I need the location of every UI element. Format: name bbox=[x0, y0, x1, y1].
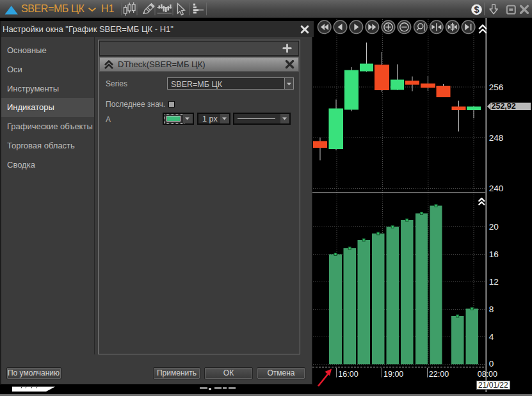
svg-text:20: 20 bbox=[489, 222, 499, 232]
svg-text:0: 0 bbox=[489, 359, 494, 368]
svg-text:8: 8 bbox=[489, 305, 494, 314]
svg-text:4: 4 bbox=[489, 332, 494, 342]
svg-text:$: $ bbox=[474, 4, 480, 15]
svg-text:16:00: 16:00 bbox=[338, 370, 358, 379]
svg-text:16: 16 bbox=[489, 249, 499, 259]
svg-text:240: 240 bbox=[489, 184, 504, 193]
svg-text:12: 12 bbox=[489, 277, 499, 287]
svg-text:19:00: 19:00 bbox=[383, 370, 403, 379]
svg-text:08:00: 08:00 bbox=[478, 370, 497, 379]
svg-text:252,92: 252,92 bbox=[492, 102, 516, 111]
svg-text:21/01/22: 21/01/22 bbox=[478, 381, 508, 390]
svg-text:248: 248 bbox=[489, 133, 504, 143]
svg-text:22:00: 22:00 bbox=[429, 370, 449, 379]
svg-text:256: 256 bbox=[489, 83, 504, 92]
